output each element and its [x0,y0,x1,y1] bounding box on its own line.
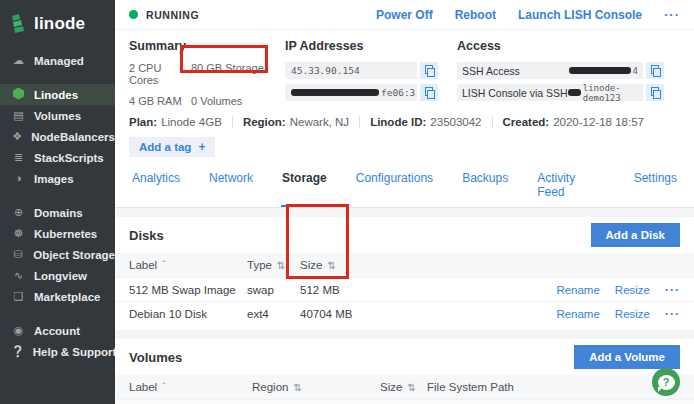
sidebar-item-nodebalancers[interactable]: ❖ NodeBalancers [0,126,115,147]
domains-icon: ⊕ [11,207,26,218]
disk-more-actions-icon[interactable]: ··· [665,283,680,297]
help-icon: ❔ [11,346,25,357]
access-heading: Access [457,39,680,53]
redaction-mark [569,67,631,74]
tab-network[interactable]: Network [208,164,254,207]
disks-panel: Disks Add a Disk Labelˆ Type⇅ Size⇅ 512 … [115,217,694,330]
cloud-icon: ☁ [11,55,26,66]
linode-logo[interactable]: linode [0,10,115,38]
disks-sort-type[interactable]: Type⇅ [247,259,300,271]
disk-label: 512 MB Swap Image [129,284,247,296]
sidebar-item-longview[interactable]: ∿ Longview [0,265,115,286]
sidebar-item-account[interactable]: ◉ Account [0,320,115,341]
main-content: RUNNING Power Off Reboot Launch LISH Con… [115,0,694,404]
add-disk-button[interactable]: Add a Disk [591,223,680,247]
created-value: 2020-12-18 18:57 [553,116,644,128]
ipv6-address[interactable]: fe06:3 [285,84,417,101]
sidebar-item-object-storage[interactable]: ⛁ Object Storage [0,244,115,265]
sidebar-item-stackscripts[interactable]: ≣ StackScripts [0,147,115,168]
sidebar-item-kubernetes[interactable]: ☸ Kubernetes [0,223,115,244]
help-bubble-icon: ? [658,375,675,390]
copy-ipv4-icon[interactable] [420,62,438,79]
copy-lish-icon[interactable] [646,84,664,101]
volumes-sort-size[interactable]: Size⇅ [380,381,427,393]
linode-summary-section: Summary 2 CPU Cores 80 GB Storage 4 GB R… [115,30,694,111]
launch-lish-console-button[interactable]: Launch LISH Console [518,8,642,22]
volumes-sort-region[interactable]: Region⇅ [252,381,380,393]
add-volume-button[interactable]: Add a Volume [574,345,680,369]
nodebalancer-icon: ❖ [11,131,23,142]
tab-configurations[interactable]: Configurations [355,164,434,207]
more-actions-icon[interactable]: ··· [664,7,680,22]
volumes-stat: 0 Volumes [191,95,285,107]
kubernetes-icon: ☸ [11,228,26,239]
lish-console-field[interactable]: LISH Console via SSH linode-demo123 [457,84,643,101]
cpu-stat: 2 CPU Cores [129,62,191,86]
linode-id-value: 23503042 [430,116,481,128]
copy-ipv6-icon[interactable] [420,84,438,101]
add-tag-button[interactable]: Add a tag + [129,137,215,157]
ipv4-address[interactable]: 45.33.90.154 [285,62,417,79]
status-indicator: RUNNING [129,9,199,21]
rename-disk-button[interactable]: Rename [556,284,599,296]
plan-value: Linode 4GB [161,116,222,128]
sidebar-item-images[interactable]: ◑ Images [0,168,115,189]
ssh-access-field[interactable]: SSH Access 4 [457,62,643,79]
sort-icon: ⇅ [293,382,301,393]
linode-meta-row: Plan: Linode 4GB Region: Newark, NJ Lino… [115,111,694,132]
sort-icon: ⇅ [277,260,285,271]
volumes-panel: Volumes Add a Volume Labelˆ Region⇅ Size… [115,339,694,404]
help-chat-button[interactable]: ? [652,368,680,396]
sort-icon: ⇅ [327,260,335,271]
sidebar-item-linodes[interactable]: Linodes [0,84,115,105]
resize-disk-button[interactable]: Resize [615,284,650,296]
status-label: RUNNING [146,9,199,21]
resize-disk-button[interactable]: Resize [615,308,650,320]
sidebar-item-managed[interactable]: ☁ Managed [0,50,115,71]
disks-sort-size[interactable]: Size⇅ [300,259,430,271]
reboot-button[interactable]: Reboot [455,8,496,22]
linode-status-bar: RUNNING Power Off Reboot Launch LISH Con… [115,0,694,30]
linode-tabs: Analytics Network Storage Configurations… [115,164,694,208]
tab-activity-feed[interactable]: Activity Feed [536,164,605,207]
tab-analytics[interactable]: Analytics [131,164,181,207]
summary-heading: Summary [129,39,285,53]
sidebar-nav: ☁ Managed Linodes ▤ Volumes ❖ NodeBalanc… [0,50,115,362]
images-icon: ◑ [11,173,26,184]
volumes-col-file-system-path: File System Path [427,381,680,393]
sidebar-item-marketplace[interactable]: ❑ Marketplace [0,286,115,307]
longview-icon: ∿ [11,270,26,281]
tab-storage[interactable]: Storage [281,164,328,207]
stackscripts-icon: ≣ [11,152,26,163]
redaction-mark [291,89,379,96]
rename-disk-button[interactable]: Rename [556,308,599,320]
tab-settings[interactable]: Settings [633,164,678,207]
disk-type: ext4 [247,308,300,320]
sidebar-item-help-support[interactable]: ❔ Help & Support [0,341,115,362]
power-off-button[interactable]: Power Off [376,8,433,22]
running-status-icon [129,10,138,19]
sidebar-item-volumes[interactable]: ▤ Volumes [0,105,115,126]
disks-sort-label[interactable]: Labelˆ [129,259,247,271]
disks-title: Disks [129,228,164,243]
disk-label: Debian 10 Disk [129,308,247,320]
disk-size: 40704 MB [300,308,430,320]
sidebar-item-domains[interactable]: ⊕ Domains [0,202,115,223]
linode-hexagon-icon [11,88,26,102]
linode-cloud-manager: linode ☁ Managed Linodes ▤ Volumes [0,0,694,404]
volumes-table-header: Labelˆ Region⇅ Size⇅ File System Path [115,375,694,399]
disk-more-actions-icon[interactable]: ··· [665,307,680,321]
disk-size: 512 MB [300,284,430,296]
region-value: Newark, NJ [290,116,349,128]
volumes-icon: ▤ [11,110,26,121]
object-storage-icon: ⛁ [11,249,25,260]
volumes-sort-label[interactable]: Labelˆ [129,381,252,393]
ram-stat: 4 GB RAM [129,95,191,107]
sort-asc-icon: ˆ [162,382,165,393]
copy-ssh-icon[interactable] [646,62,664,79]
sidebar: linode ☁ Managed Linodes ▤ Volumes [0,0,115,404]
plus-icon: + [198,140,205,154]
tab-backups[interactable]: Backups [461,164,509,207]
marketplace-icon: ❑ [11,291,26,302]
account-icon: ◉ [11,325,26,336]
